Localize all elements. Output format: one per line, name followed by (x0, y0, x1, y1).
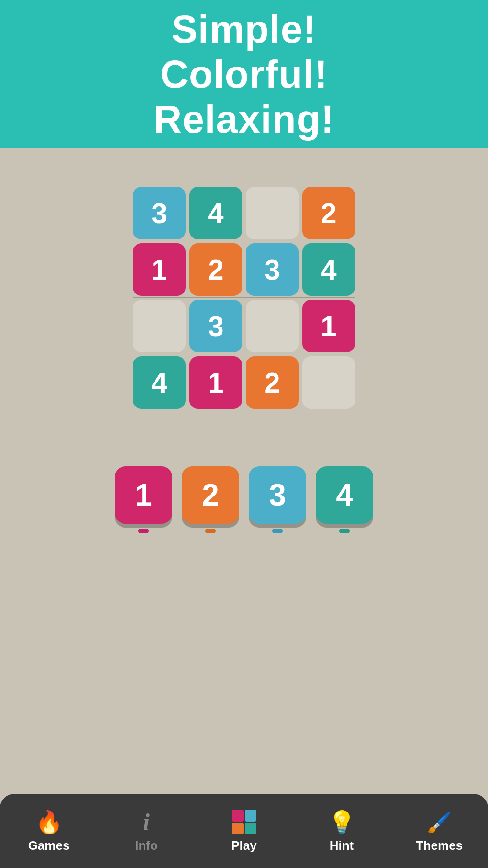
grid-cell-13[interactable]: 1 (189, 356, 242, 409)
tile-3-wrapper[interactable]: 3 (249, 466, 306, 533)
grid-cell-5[interactable]: 2 (189, 243, 242, 296)
main-content: 3 4 2 1 2 3 4 3 1 4 1 2 1 2 3 4 (0, 148, 488, 533)
bottom-navigation: 🔥 Games i Info Play 💡 Hint 🖌️ Themes (0, 794, 488, 868)
nav-info-label: Info (135, 838, 158, 853)
nav-themes-label: Themes (416, 838, 463, 853)
info-icon: i (133, 809, 160, 835)
tile-2-dot (205, 529, 216, 533)
grid-cell-3[interactable]: 2 (302, 187, 355, 239)
grid-cell-9[interactable]: 3 (189, 300, 242, 352)
grid-cell-11[interactable]: 1 (302, 300, 355, 352)
tile-4-wrapper[interactable]: 4 (316, 466, 373, 533)
games-icon: 🔥 (35, 809, 62, 835)
grid-cell-12[interactable]: 4 (133, 356, 186, 409)
tile-2[interactable]: 2 (182, 466, 239, 524)
grid-cell-8[interactable] (133, 300, 186, 352)
nav-games[interactable]: 🔥 Games (1, 809, 97, 853)
nav-play[interactable]: Play (196, 809, 292, 853)
grid-cell-15[interactable] (302, 356, 355, 409)
grid-cell-0[interactable]: 3 (133, 187, 186, 239)
grid-cell-7[interactable]: 4 (302, 243, 355, 296)
grid-cell-14[interactable]: 2 (246, 356, 299, 409)
grid-cell-6[interactable]: 3 (246, 243, 299, 296)
themes-icon: 🖌️ (426, 809, 453, 835)
header-tagline: Simple! Colorful! Relaxing! (154, 7, 334, 142)
header-line3: Relaxing! (154, 97, 334, 141)
tile-3-dot (272, 529, 283, 533)
nav-hint-label: Hint (330, 838, 354, 853)
nav-info[interactable]: i Info (99, 809, 194, 853)
tile-4[interactable]: 4 (316, 466, 373, 524)
game-grid[interactable]: 3 4 2 1 2 3 4 3 1 4 1 2 (133, 187, 355, 409)
grid-cell-10[interactable] (246, 300, 299, 352)
play-icon (231, 809, 257, 835)
tile-2-wrapper[interactable]: 2 (182, 466, 239, 533)
tile-1-dot (138, 529, 149, 533)
tile-3[interactable]: 3 (249, 466, 306, 524)
tile-1-wrapper[interactable]: 1 (115, 466, 172, 533)
grid-cell-1[interactable]: 4 (189, 187, 242, 239)
nav-hint[interactable]: 💡 Hint (294, 809, 389, 853)
number-tiles: 1 2 3 4 (115, 466, 373, 533)
nav-play-label: Play (231, 838, 257, 853)
nav-games-label: Games (28, 838, 70, 853)
header-line2: Colorful! (160, 52, 328, 96)
nav-themes[interactable]: 🖌️ Themes (391, 809, 487, 853)
hint-icon: 💡 (328, 809, 355, 835)
header-section: Simple! Colorful! Relaxing! (0, 0, 488, 148)
grid-cell-2[interactable] (246, 187, 299, 239)
grid-cell-4[interactable]: 1 (133, 243, 186, 296)
tile-1[interactable]: 1 (115, 466, 172, 524)
header-line1: Simple! (171, 7, 316, 51)
tile-4-dot (339, 529, 350, 533)
